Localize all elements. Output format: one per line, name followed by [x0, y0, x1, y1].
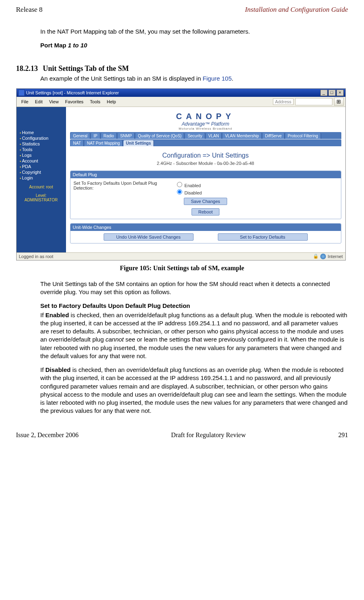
port-map-range: 1 to 10 — [68, 42, 87, 49]
main-pane: CANOPY Advantage™ Platform Motorola Wire… — [66, 107, 345, 252]
footer-left: Issue 2, December 2006 — [16, 431, 79, 439]
after-p3: If Disabled is checked, then an override… — [40, 366, 348, 415]
radio-disabled-text: Disabled — [185, 190, 202, 195]
sidebar-item-configuration[interactable]: Configuration — [20, 135, 66, 141]
sidebar-item-copyright[interactable]: Copyright — [20, 169, 66, 175]
header-left: Release 8 — [16, 6, 43, 13]
port-map-label: Port Map — [40, 42, 68, 49]
sidebar-account-line2: Level: ADMINISTRATOR — [17, 193, 66, 202]
menu-file[interactable]: File — [18, 98, 32, 105]
radio-enabled[interactable] — [177, 182, 182, 187]
tab-protocol-filtering[interactable]: Protocol Filtering — [285, 133, 321, 139]
maximize-button[interactable]: □ — [328, 90, 336, 96]
panel-default-plug-header: Default Plug — [70, 171, 341, 178]
footer-center: Draft for Regulatory Review — [79, 431, 338, 439]
section-lead-b: . — [232, 75, 233, 82]
close-button[interactable]: × — [336, 90, 344, 96]
radio-enabled-label[interactable]: Enabled — [175, 181, 202, 188]
menu-edit[interactable]: Edit — [32, 98, 46, 105]
status-right: Internet — [328, 254, 343, 259]
address-input[interactable] — [295, 98, 332, 105]
after-p2: If Enabled is checked, then an override/… — [40, 311, 348, 361]
radio-disabled[interactable] — [177, 189, 182, 194]
tab-qos[interactable]: Quality of Service (QoS) — [136, 133, 185, 139]
reboot-button[interactable]: Reboot — [192, 208, 219, 216]
sidebar-item-login[interactable]: Login — [20, 175, 66, 181]
section-number: 18.2.13 — [16, 64, 38, 73]
logo-brand: CANOPY — [176, 112, 235, 121]
logo-subtitle: Advantage™ Platform — [70, 121, 341, 127]
statusbar: Logged in as root 🔒 Internet — [17, 252, 345, 260]
panel-unit-wide-header: Unit-Wide Changes — [70, 224, 341, 231]
ie-icon — [18, 90, 25, 96]
p3a: If — [40, 366, 46, 373]
minimize-button[interactable]: _ — [320, 90, 328, 96]
tab-nat[interactable]: NAT — [71, 140, 84, 146]
section-title: Unit Settings Tab of the SM — [43, 64, 129, 73]
tab-nat-port-mapping[interactable]: NAT Port Mapping — [85, 140, 123, 146]
config-page-subtitle: 2.4GHz - Subscriber Module - 0a-00-3e-20… — [70, 161, 341, 166]
sidebar-item-home[interactable]: Home — [20, 130, 66, 135]
sidebar-item-account[interactable]: Account — [20, 158, 66, 164]
after-p1: The Unit Settings tab of the SM contains… — [40, 280, 348, 297]
radio-disabled-label[interactable]: Disabled — [175, 188, 202, 195]
p3-disabled: Disabled — [45, 366, 71, 373]
footer-right: 291 — [338, 431, 348, 439]
menubar: File Edit View Favorites Tools Help Addr… — [17, 97, 345, 107]
p2-cannot: cannot — [105, 336, 123, 343]
screenshot-window: Unit Settings [root] - Microsoft Interne… — [16, 88, 346, 260]
figure-caption: Figure 105: Unit Settings tab of SM, exa… — [16, 265, 348, 272]
menu-favorites[interactable]: Favorites — [62, 98, 87, 105]
menu-view[interactable]: View — [46, 98, 62, 105]
internet-zone-icon — [320, 254, 326, 259]
set-factory-defaults-button[interactable]: Set to Factory Defaults — [218, 233, 308, 241]
logo-tagline: Motorola Wireless Broadband — [70, 127, 341, 130]
status-left: Logged in as root — [19, 254, 53, 259]
tab-security[interactable]: Security — [185, 133, 205, 139]
undo-unit-wide-button[interactable]: Undo Unit-Wide Saved Changes — [104, 233, 194, 241]
panel-unit-wide: Unit-Wide Changes Undo Unit-Wide Saved C… — [70, 223, 341, 243]
tab-row-1: General IP Radio SNMP Quality of Service… — [70, 132, 341, 139]
default-plug-setting-label: Set To Factory Defaults Upon Default Plu… — [74, 181, 171, 190]
section-lead-a: An example of the Unit Settings tab in a… — [40, 75, 203, 82]
tab-vlan[interactable]: VLAN — [206, 133, 222, 139]
page-footer: Issue 2, December 2006 Draft for Regulat… — [16, 431, 348, 439]
menu-help[interactable]: Help — [104, 98, 119, 105]
logo-area: CANOPY Advantage™ Platform Motorola Wire… — [70, 109, 341, 132]
figure-reference-link[interactable]: Figure 105 — [203, 75, 232, 82]
sidebar-item-statistics[interactable]: Statistics — [20, 141, 66, 147]
windows-flag-icon[interactable]: ⊞ — [334, 98, 344, 106]
address-label: Address — [273, 98, 293, 105]
config-page-title: Configuration => Unit Settings — [70, 152, 341, 159]
intro-paragraph: In the NAT Port Mapping tab of the SM, y… — [40, 28, 348, 36]
sidebar-item-tools[interactable]: Tools — [20, 147, 66, 152]
p2a: If — [40, 312, 46, 318]
lock-icon: 🔒 — [313, 254, 319, 259]
tab-snmp[interactable]: SNMP — [118, 133, 135, 139]
tab-ip[interactable]: IP — [91, 133, 100, 139]
port-map-line: Port Map 1 to 10 — [40, 41, 348, 49]
tab-radio[interactable]: Radio — [101, 133, 117, 139]
p2-enabled: Enabled — [45, 312, 69, 318]
tab-general[interactable]: General — [71, 133, 91, 139]
panel-default-plug: Default Plug Set To Factory Defaults Upo… — [70, 171, 341, 219]
tab-row-2: NAT NAT Port Mapping Unit Settings — [70, 139, 341, 146]
window-titlebar: Unit Settings [root] - Microsoft Interne… — [17, 89, 345, 97]
sidebar-item-pda[interactable]: PDA — [20, 164, 66, 169]
window-title: Unit Settings [root] - Microsoft Interne… — [26, 90, 119, 95]
subheading-set-to-factory: Set to Factory Defaults Upon Default Plu… — [40, 302, 348, 310]
radio-enabled-text: Enabled — [185, 183, 201, 188]
sidebar: Home Configuration Statistics Tools Logs… — [17, 107, 66, 252]
save-changes-button[interactable]: Save Changes — [184, 198, 227, 205]
sidebar-item-logs[interactable]: Logs — [20, 152, 66, 158]
p3-can: can — [215, 391, 224, 398]
tab-diffserve[interactable]: DiffServe — [263, 133, 285, 139]
section-lead: An example of the Unit Settings tab in a… — [40, 75, 348, 83]
header-right: Installation and Configuration Guide — [245, 6, 348, 14]
menu-tools[interactable]: Tools — [87, 98, 104, 105]
sidebar-account-line1: Account: root — [17, 185, 66, 189]
tab-unit-settings[interactable]: Unit Settings — [123, 140, 154, 146]
tab-vlan-membership[interactable]: VLAN Membership — [223, 133, 262, 139]
